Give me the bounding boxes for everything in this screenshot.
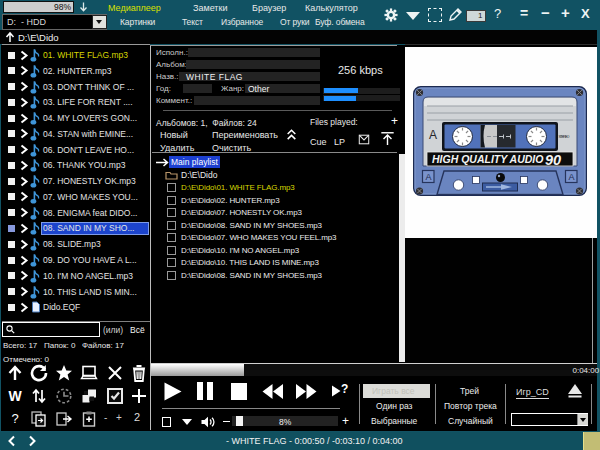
svg-text:HIGH QUALITY AUDIO: HIGH QUALITY AUDIO xyxy=(432,153,543,165)
svg-text:STEREO: STEREO xyxy=(559,135,570,139)
svg-text:A: A xyxy=(569,172,575,182)
svg-text:A: A xyxy=(429,128,437,142)
svg-text:90: 90 xyxy=(545,152,561,168)
svg-text:A: A xyxy=(426,172,432,182)
